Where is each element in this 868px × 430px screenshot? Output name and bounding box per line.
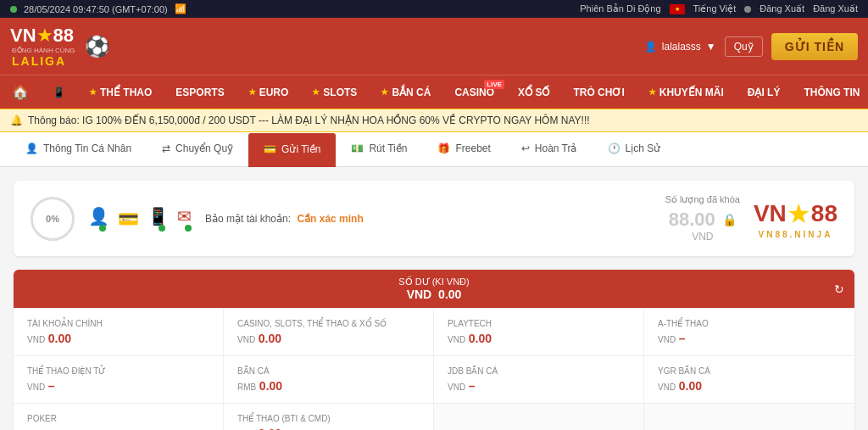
balance-cell-0: TÀI KHOẢN CHÍNH VND 0.00	[14, 309, 224, 356]
profile-icon: 👤	[25, 142, 38, 154]
content-area: 0% 👤 💳 📱 ✉ Bảo m	[0, 167, 868, 430]
logout-button[interactable]: Đăng Xuất	[760, 3, 804, 14]
live-badge: LIVE	[484, 80, 504, 89]
logo: VN ★ 88 ĐỒNG HÀNH CÙNG LALIGA ⚽	[10, 25, 110, 68]
star-thethao: ★	[89, 87, 97, 97]
logo-star-icon: ★	[36, 25, 53, 47]
status-dot	[10, 6, 17, 13]
subnav-history[interactable]: 🕐 Lịch Sử	[593, 132, 676, 166]
sub-nav: 👤 Thông Tin Cá Nhân ⇄ Chuyển Quỹ 💳 Gửi T…	[0, 132, 868, 167]
status-dot-2	[744, 6, 751, 13]
top-bar-left: 28/05/2024 09:47:50 (GMT+07:00) 📶	[10, 3, 186, 14]
guitien-button[interactable]: GỬI TIỀN	[771, 33, 858, 60]
language-selector[interactable]: Tiếng Việt	[693, 3, 737, 14]
subnav-profile[interactable]: 👤 Thông Tin Cá Nhân	[10, 132, 147, 166]
logo-sub: ĐỒNG HÀNH CÙNG	[12, 47, 75, 54]
balance-cell-9: THỂ THAO (BTI & CMD) VND 0.00	[224, 404, 434, 430]
main-nav: 🏠 📱 ★ THỂ THAO ESPORTS ★ EURO ★ SLOTS ★ …	[0, 75, 868, 109]
quy-button[interactable]: Quỹ	[725, 36, 763, 57]
wm-88: 88	[811, 200, 837, 227]
logo-vn: VN	[10, 25, 36, 47]
balance-card: SỐ DƯ (KI VNĐ) VND 0.00 ↻ TÀI KHOẢN CHÍN…	[14, 270, 854, 430]
email-icon-item: ✉	[177, 206, 192, 232]
history-icon: 🕐	[608, 142, 620, 154]
balance-grid: TÀI KHOẢN CHÍNH VND 0.00 CASINO, SLOTS, …	[14, 308, 854, 430]
balance-cell-1: CASINO, SLOTS, THỂ THAO & XỔ SỐ VND 0.00	[224, 309, 434, 356]
logout-label[interactable]: Đăng Xuất	[813, 3, 858, 14]
green-dot-2	[159, 225, 165, 232]
nav-item-thethao[interactable]: ★ THỂ THAO	[77, 78, 164, 107]
star-euro: ★	[248, 87, 256, 97]
shield-badge: 0%	[31, 197, 75, 241]
laliga-logo-icon: ⚽	[85, 35, 110, 58]
balance-currency-prefix: VND	[407, 288, 432, 301]
nav-item-mobile[interactable]: 📱	[41, 78, 77, 107]
header: VN ★ 88 ĐỒNG HÀNH CÙNG LALIGA ⚽ 👤 lalala…	[0, 18, 868, 75]
green-dot-1	[99, 225, 106, 232]
balance-main-value: 0.00	[438, 288, 461, 301]
security-text: Bảo mật tài khoản: Cần xác minh	[205, 213, 364, 225]
nav-item-thongtin[interactable]: THÔNG TIN	[792, 78, 868, 107]
user-dropdown-icon[interactable]: ▼	[706, 41, 716, 53]
header-right: 👤 lalalasss ▼ Quỹ GỬI TIỀN	[644, 33, 858, 60]
star-km: ★	[648, 87, 656, 97]
balance-main-display: VND 0.00	[398, 288, 469, 301]
balance-cell-7: YGR BẮN CÁ VND 0.00	[644, 356, 854, 404]
subnav-withdraw[interactable]: 💵 Rút Tiền	[336, 132, 422, 166]
nav-item-slots[interactable]: ★ SLOTS	[300, 78, 369, 107]
refresh-button[interactable]: ↻	[834, 282, 844, 296]
flag-icon: ★	[670, 4, 685, 14]
username: lalalasss	[662, 41, 701, 53]
balance-main-label: SỐ DƯ (KI VNĐ)	[398, 276, 469, 288]
nav-item-euro[interactable]: ★ EURO	[236, 78, 301, 107]
account-icon-item: 👤	[88, 206, 109, 232]
card-icon-item: 💳	[118, 209, 139, 229]
phone-icon-item: 📱	[147, 206, 169, 232]
balance-cell-11	[644, 404, 854, 430]
lock-icon: 🔒	[722, 213, 737, 226]
freebet-icon: 🎁	[437, 142, 450, 154]
subnav-transfer[interactable]: ⇄ Chuyển Quỹ	[147, 132, 248, 166]
balance-cell-4: THỂ THAO ĐIỆN TỬ VND –	[14, 356, 224, 404]
nav-item-xoso[interactable]: XỔ SỐ	[506, 78, 561, 107]
logo-laliga: LALIGA	[12, 54, 75, 68]
security-icons: 👤 💳 📱 ✉	[88, 206, 192, 232]
top-bar-right: Phiên Bản Di Động ★ Tiếng Việt Đăng Xuất…	[580, 3, 858, 14]
nav-item-daily[interactable]: ĐẠI LÝ	[736, 78, 793, 107]
subnav-freebet[interactable]: 🎁 Freebet	[422, 132, 505, 166]
mobile-version-link[interactable]: Phiên Bản Di Động	[580, 3, 660, 14]
subnav-deposit[interactable]: 💳 Gửi Tiền	[248, 133, 336, 167]
transfer-icon: ⇄	[162, 142, 170, 154]
nav-item-casino[interactable]: CASINO LIVE	[442, 78, 506, 107]
user-info: 👤 lalalasss ▼	[644, 41, 716, 53]
notification-bar: 🔔 Thông báo: IG 100% ĐẾN 6,150,000đ / 20…	[0, 109, 868, 132]
nav-item-khuyenmai[interactable]: ★ KHUYẾN MÃI	[637, 78, 736, 107]
signal-icon: 📶	[175, 3, 186, 14]
security-right: Số lượng đã khóa 88.00 🔒 VND VN ★ 88 VN8…	[665, 194, 837, 243]
subnav-cashback[interactable]: ↩ Hoàn Trả	[506, 132, 593, 166]
withdraw-icon: 💵	[351, 142, 364, 154]
balance-cell-5: BẮN CÁ RMB 0.00	[224, 356, 434, 404]
balance-cell-2: PLAYTECH VND 0.00	[434, 309, 644, 356]
deposit-icon: 💳	[264, 143, 276, 155]
balance-cell-6: JDB BẮN CÁ VND –	[434, 356, 644, 404]
locked-amount: Số lượng đã khóa 88.00 🔒 VND	[665, 194, 740, 243]
wm-ninja: VN88.NINJA	[759, 230, 833, 239]
nav-item-home[interactable]: 🏠	[0, 75, 41, 109]
notif-text: Thông báo: IG 100% ĐẾN 6,150,000đ / 200 …	[28, 114, 590, 126]
verify-text: Cần xác minh	[297, 213, 363, 225]
balance-cell-8: POKER USD –	[14, 404, 224, 430]
locked-value: 88.00	[669, 209, 715, 231]
phone-security-icon: 📱	[147, 206, 169, 226]
nav-item-banca[interactable]: ★ BẮN CÁ	[369, 78, 442, 107]
vn88-logo-watermark: VN ★ 88 VN88.NINJA	[754, 198, 837, 239]
star-banca: ★	[381, 87, 388, 97]
star-slots: ★	[312, 87, 320, 97]
green-dot-3	[185, 225, 192, 232]
email-security-icon: ✉	[177, 206, 192, 226]
nav-item-esports[interactable]: ESPORTS	[164, 78, 236, 107]
security-left: 0% 👤 💳 📱 ✉ Bảo m	[31, 197, 364, 241]
balance-header: SỐ DƯ (KI VNĐ) VND 0.00 ↻	[14, 270, 854, 308]
nav-item-trochoi[interactable]: TRÒ CHƠI	[561, 78, 636, 107]
user-icon: 👤	[644, 41, 657, 53]
